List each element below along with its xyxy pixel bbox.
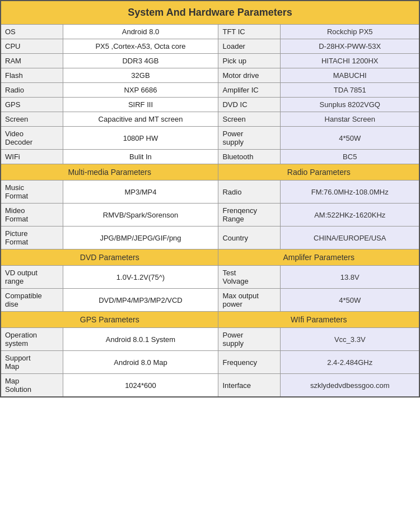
table-row: Mideo Format RMVB/Spark/Sorenson Frenqen… (1, 204, 419, 227)
value-tft-ic: Rockchip PX5 (281, 25, 419, 39)
label-flash: Flash (1, 68, 63, 83)
label-radio: Radio (1, 83, 63, 98)
value-operation-system: Android 8.0.1 System (63, 328, 218, 351)
radio-header-label: Radio Parameters (218, 164, 419, 181)
value-frequency: 2.4-2.484GHz (281, 351, 419, 374)
table-row: OS Android 8.0 TFT IC Rockchip PX5 (1, 25, 419, 39)
label-power-supply-gps: Power supply (218, 328, 281, 351)
value-amplifer-ic: TDA 7851 (281, 83, 419, 98)
value-cpu: PX5 ,Cortex-A53, Octa core (63, 39, 218, 54)
label-video-decoder: Video Decoder (1, 127, 63, 150)
value-screen-right: Hanstar Screen (281, 112, 419, 127)
label-amplifer-ic: Amplifer IC (218, 83, 281, 98)
label-interface: Interface (218, 374, 281, 398)
value-frenqency-range: AM:522HKz-1620KHz (281, 204, 419, 227)
table-row: Video Decoder 1080P HW Power supply 4*50… (1, 127, 419, 150)
table-row: Picture Format JPG/BMP/JEPG/GIF/png Coun… (1, 227, 419, 249)
value-dvd-ic: Sunplus 8202VGQ (281, 98, 419, 112)
label-music-format: Music Format (1, 181, 63, 204)
value-max-output: 4*50W (281, 289, 419, 312)
label-wifi: WIFi (1, 150, 63, 164)
gps-header-label: GPS Parameters (1, 312, 218, 328)
label-motor-drive: Motor drive (218, 68, 281, 83)
label-radio-mm: Radio (218, 181, 281, 204)
value-motor-drive: MABUCHI (281, 68, 419, 83)
label-operation-system: Operation system (1, 328, 63, 351)
table-row: Support Map Android 8.0 Map Frequency 2.… (1, 351, 419, 374)
main-table: System And Hardware Parameters OS Androi… (0, 0, 420, 398)
value-radio-mm: FM:76.0MHz-108.0MHz (281, 181, 419, 204)
label-ram: RAM (1, 54, 63, 68)
multimedia-header-label: Multi-media Parameters (1, 164, 218, 181)
table-row: GPS SIRF III DVD IC Sunplus 8202VGQ (1, 98, 419, 112)
value-mideo-format: RMVB/Spark/Sorenson (63, 204, 218, 227)
table-row: WIFi Bulit In Bluetooth BC5 (1, 150, 419, 164)
label-frequency: Frequency (218, 351, 281, 374)
value-gps: SIRF III (63, 98, 218, 112)
label-max-output: Max output power (218, 289, 281, 312)
label-screen-right: Screen (218, 112, 281, 127)
value-picture-format: JPG/BMP/JEPG/GIF/png (63, 227, 218, 249)
label-power-supply: Power supply (218, 127, 281, 150)
value-radio: NXP 6686 (63, 83, 218, 98)
label-loader: Loader (218, 39, 281, 54)
section-header-dvd: DVD Parameters Amplifer Parameters (1, 249, 419, 266)
table-row: Music Format MP3/MP4 Radio FM:76.0MHz-10… (1, 181, 419, 204)
table-row: Screen Capacitive and MT screen Screen H… (1, 112, 419, 127)
table-row: VD output range 1.0V-1.2V(75^) Test Volv… (1, 266, 419, 289)
value-test-volvage: 13.8V (281, 266, 419, 289)
label-gps: GPS (1, 98, 63, 112)
value-ram: DDR3 4GB (63, 54, 218, 68)
label-dvd-ic: DVD IC (218, 98, 281, 112)
table-row: Radio NXP 6686 Amplifer IC TDA 7851 (1, 83, 419, 98)
table-row: Compatible dise DVD/MP4/MP3/MP2/VCD Max … (1, 289, 419, 312)
label-tft-ic: TFT IC (218, 25, 281, 39)
label-screen: Screen (1, 112, 63, 127)
label-frenqency-range: Frenqency Range (218, 204, 281, 227)
value-screen: Capacitive and MT screen (63, 112, 218, 127)
label-picture-format: Picture Format (1, 227, 63, 249)
label-bluetooth: Bluetooth (218, 150, 281, 164)
label-cpu: CPU (1, 39, 63, 54)
value-pickup: HITACHI 1200HX (281, 54, 419, 68)
value-support-map: Android 8.0 Map (63, 351, 218, 374)
wifi-header-label: WIfi Parameters (218, 312, 419, 328)
value-vd-output: 1.0V-1.2V(75^) (63, 266, 218, 289)
label-pickup: Pick up (218, 54, 281, 68)
value-interface: szklydedvdbessgoo.com (281, 374, 419, 398)
section-header-multimedia: Multi-media Parameters Radio Parameters (1, 164, 419, 181)
table-row: Map Solution 1024*600 Interface szklyded… (1, 374, 419, 398)
label-map-solution: Map Solution (1, 374, 63, 398)
label-compatible-dise: Compatible dise (1, 289, 63, 312)
value-wifi: Bulit In (63, 150, 218, 164)
page-title: System And Hardware Parameters (1, 1, 419, 25)
value-map-solution: 1024*600 (63, 374, 218, 398)
value-compatible-dise: DVD/MP4/MP3/MP2/VCD (63, 289, 218, 312)
label-test-volvage: Test Volvage (218, 266, 281, 289)
table-row: CPU PX5 ,Cortex-A53, Octa core Loader D-… (1, 39, 419, 54)
amplifier-header-label: Amplifer Parameters (218, 249, 419, 266)
table-row: Operation system Android 8.0.1 System Po… (1, 328, 419, 351)
value-bluetooth: BC5 (281, 150, 419, 164)
value-music-format: MP3/MP4 (63, 181, 218, 204)
value-country: CHINA/EUROPE/USA (281, 227, 419, 249)
label-vd-output: VD output range (1, 266, 63, 289)
label-mideo-format: Mideo Format (1, 204, 63, 227)
dvd-header-label: DVD Parameters (1, 249, 218, 266)
label-os: OS (1, 25, 63, 39)
table-row: RAM DDR3 4GB Pick up HITACHI 1200HX (1, 54, 419, 68)
label-country: Country (218, 227, 281, 249)
label-support-map: Support Map (1, 351, 63, 374)
value-flash: 32GB (63, 68, 218, 83)
value-video-decoder: 1080P HW (63, 127, 218, 150)
value-loader: D-28HX-PWW-53X (281, 39, 419, 54)
title-row: System And Hardware Parameters (1, 1, 419, 25)
section-header-gps: GPS Parameters WIfi Parameters (1, 312, 419, 328)
value-power-supply: 4*50W (281, 127, 419, 150)
table-row: Flash 32GB Motor drive MABUCHI (1, 68, 419, 83)
value-os: Android 8.0 (63, 25, 218, 39)
value-power-supply-gps: Vcc_3.3V (281, 328, 419, 351)
